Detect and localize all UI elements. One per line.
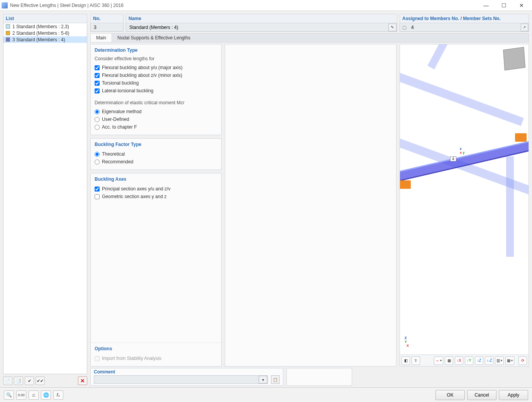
- list-item-label: 2 Standard (Members : 5-8): [12, 31, 69, 36]
- list-panel-title: List: [3, 14, 87, 23]
- view-menu-1[interactable]: ▥▾: [495, 356, 504, 365]
- member-icon: ▢: [400, 25, 408, 30]
- check-button[interactable]: ✔: [25, 377, 34, 385]
- theoretical-radio[interactable]: Theoretical: [95, 150, 217, 158]
- no-input[interactable]: [91, 25, 123, 30]
- no-label: No.: [90, 14, 124, 23]
- buckling-axes-title: Buckling Axes: [91, 173, 221, 184]
- list-toolbar: 📄 📑 ✔ ✔✔ ✕: [3, 376, 87, 386]
- flex-y-checkbox[interactable]: Flexural buckling about y/u (major axis): [95, 64, 217, 71]
- consider-label: Consider effective lengths for: [95, 56, 217, 61]
- model-viewport[interactable]: 4 zx y ZY X: [400, 44, 529, 355]
- axis-btn[interactable]: ↔▾: [434, 356, 443, 365]
- globe-button[interactable]: 🌐: [41, 390, 51, 400]
- assigned-label: Assigned to Members No. / Member Sets No…: [400, 14, 529, 23]
- viewport-toolbar: ◧ 𝔇 ↔▾ ▦ ↕X ↕Y ↕Z ↕-Z ▥▾ ▦▾ ⟳: [400, 355, 529, 366]
- list-item-label: 3 Standard (Members : 4): [12, 37, 65, 42]
- list-item[interactable]: 2 Standard (Members : 5-8): [3, 30, 87, 36]
- member-label: 4: [450, 156, 456, 161]
- comment-title: Comment: [94, 369, 268, 375]
- list-box[interactable]: 1 Standard (Members : 2,3) 2 Standard (M…: [3, 23, 87, 374]
- help-button[interactable]: 🔍: [4, 390, 14, 400]
- view-button-2[interactable]: 𝔇: [412, 356, 420, 365]
- tab-bar: Main Nodal Supports & Effective Lengths: [90, 33, 529, 42]
- pick-members-icon[interactable]: ↗: [521, 24, 528, 31]
- color-swatch: [6, 24, 10, 29]
- cancel-button[interactable]: Cancel: [467, 390, 496, 400]
- view-button-1[interactable]: ◧: [402, 356, 410, 365]
- geometric-axes-checkbox[interactable]: Geometric section axes y and z: [95, 193, 217, 200]
- ok-button[interactable]: OK: [435, 390, 465, 400]
- footer-bar: 🔍 0.00 ⎌ 🌐 fₓ OK Cancel Apply: [0, 387, 532, 402]
- z-axis-btn[interactable]: ↕Z: [475, 356, 483, 365]
- recommended-radio[interactable]: Recommended: [95, 158, 217, 166]
- view-menu-2[interactable]: ▦▾: [505, 356, 514, 365]
- app-icon: [2, 2, 8, 8]
- user-radio[interactable]: User-Defined: [95, 115, 217, 123]
- x-axis-btn[interactable]: ↕X: [455, 356, 463, 365]
- duplicate-button[interactable]: 📑: [14, 377, 23, 385]
- list-item-label: 1 Standard (Members : 2,3): [12, 24, 69, 29]
- title-bar: New Effective Lengths | Steel Design | A…: [0, 0, 532, 11]
- apply-button[interactable]: Apply: [499, 390, 528, 400]
- minimize-button[interactable]: —: [477, 0, 495, 11]
- comment-apply-icon[interactable]: 📋: [271, 375, 280, 384]
- assigned-input[interactable]: [408, 25, 521, 30]
- mcr-label: Determination of elastic critical moment…: [95, 100, 217, 105]
- torsional-checkbox[interactable]: Torsional buckling: [95, 79, 217, 87]
- options-title: Options: [91, 343, 221, 354]
- list-item[interactable]: 1 Standard (Members : 2,3): [3, 23, 87, 30]
- model-viewport-panel: 4 zx y ZY X ◧ 𝔇 ↔▾ ▦ ↕X ↕Y ↕Z ↕-Z: [400, 44, 529, 366]
- close-button[interactable]: ✕: [513, 0, 530, 11]
- neg-z-btn[interactable]: ↕-Z: [485, 356, 493, 365]
- eigen-radio[interactable]: Eigenvalue method: [95, 108, 217, 115]
- color-swatch: [6, 37, 10, 42]
- determination-type-title: Determination Type: [91, 44, 221, 55]
- orientation-cube[interactable]: [503, 47, 525, 70]
- global-axis-icon: ZY X: [405, 336, 409, 348]
- comment-input[interactable]: [94, 377, 259, 383]
- lat-tor-checkbox[interactable]: Lateral-torsional buckling: [95, 87, 217, 95]
- delete-button[interactable]: ✕: [78, 377, 87, 385]
- edit-name-icon[interactable]: ✎: [388, 24, 396, 31]
- window-title: New Effective Lengths | Steel Design | A…: [10, 3, 477, 8]
- name-input[interactable]: [126, 25, 388, 30]
- y-axis-btn[interactable]: ↕Y: [465, 356, 473, 365]
- comment-spacer: [286, 368, 352, 386]
- references-button[interactable]: ⎌: [29, 390, 39, 400]
- chapter-f-radio[interactable]: Acc. to chapter F: [95, 123, 217, 131]
- check-all-button[interactable]: ✔✔: [36, 377, 45, 385]
- maximize-button[interactable]: ☐: [495, 0, 513, 11]
- color-swatch: [6, 31, 10, 35]
- fx-button[interactable]: fₓ: [53, 390, 63, 400]
- units-button[interactable]: 0.00: [16, 390, 26, 400]
- buckling-factor-title: Buckling Factor Type: [91, 139, 221, 149]
- list-item[interactable]: 3 Standard (Members : 4): [3, 36, 87, 43]
- support-icon: [515, 133, 527, 142]
- local-axis-icon: zx y: [460, 147, 465, 154]
- flex-z-checkbox[interactable]: Flexural buckling about z/v (minor axis): [95, 71, 217, 79]
- comment-dropdown-icon[interactable]: ▾: [259, 376, 267, 383]
- name-label: Name: [126, 14, 397, 23]
- grid-btn[interactable]: ▦: [445, 356, 453, 365]
- import-stability-checkbox: Import from Stability Analysis: [95, 355, 217, 362]
- tab-main[interactable]: Main: [91, 34, 112, 42]
- principal-axes-checkbox[interactable]: Principal section axes y/u and z/v: [95, 185, 217, 193]
- details-panel: [225, 44, 396, 366]
- tab-nodal-supports[interactable]: Nodal Supports & Effective Lengths: [112, 34, 196, 42]
- refresh-view-btn[interactable]: ⟳: [518, 356, 527, 365]
- support-icon: [400, 180, 411, 189]
- new-item-button[interactable]: 📄: [3, 377, 12, 385]
